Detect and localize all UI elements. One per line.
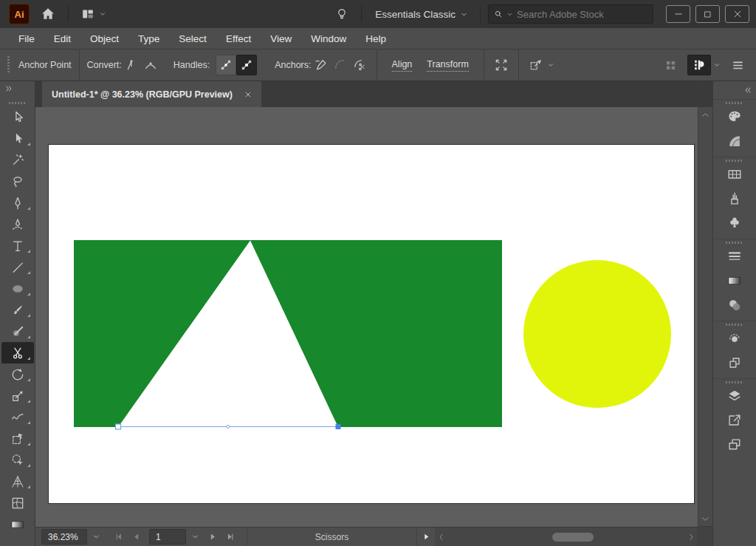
cut-path-midpoint[interactable]: [227, 426, 230, 429]
shaper-tool[interactable]: [1, 321, 34, 342]
direct-selection-tool[interactable]: [1, 128, 34, 149]
menu-view[interactable]: View: [261, 33, 301, 44]
maximize-button[interactable]: [695, 5, 720, 23]
isolate-selected-object-button[interactable]: [526, 55, 546, 75]
vertical-scrollbar-track[interactable]: [698, 122, 712, 511]
symbols-panel-button[interactable]: [713, 211, 756, 235]
adobe-stock-search[interactable]: [488, 4, 653, 24]
asset-export-panel-button[interactable]: [713, 408, 756, 432]
curvature-tool[interactable]: [1, 214, 34, 235]
scroll-left-button[interactable]: [435, 528, 448, 546]
control-bar-menu-button[interactable]: [728, 55, 747, 75]
transparency-panel-button[interactable]: [713, 293, 756, 317]
zoom-dropdown-button[interactable]: [87, 528, 105, 546]
horizontal-scrollbar-thumb[interactable]: [552, 533, 594, 542]
canvas-pasteboard[interactable]: [35, 107, 698, 527]
search-input[interactable]: [515, 8, 648, 21]
remove-anchor-button[interactable]: [312, 55, 331, 75]
dock-properties-button[interactable]: [687, 55, 711, 75]
width-tool[interactable]: [1, 406, 34, 428]
color-panel-button[interactable]: [713, 104, 756, 129]
status-bar-options-button[interactable]: [417, 528, 435, 546]
scroll-down-button[interactable]: [698, 511, 712, 526]
artboard-dropdown-button[interactable]: [186, 528, 204, 546]
align-panel-button[interactable]: Align: [392, 59, 413, 72]
workspace-switcher[interactable]: Essentials Classic: [369, 3, 472, 25]
horizontal-scrollbar-track[interactable]: [448, 528, 684, 546]
horizontal-scrollbar[interactable]: [435, 528, 698, 546]
touch-workspace-button[interactable]: [661, 55, 680, 75]
chevron-down-icon[interactable]: [547, 61, 554, 69]
home-button[interactable]: [35, 3, 61, 25]
lasso-tool[interactable]: [1, 171, 34, 192]
hide-handles-button[interactable]: [236, 55, 257, 75]
zoom-level-field[interactable]: 36.23%: [41, 529, 87, 545]
document-tab[interactable]: Untitled-1* @ 36.23% (RGB/GPU Preview): [42, 81, 261, 107]
menu-type[interactable]: Type: [128, 33, 169, 44]
convert-to-corner-button[interactable]: [122, 55, 141, 75]
scroll-up-button[interactable]: [698, 107, 712, 122]
collapse-dock-icon[interactable]: [744, 86, 752, 94]
show-handles-button[interactable]: [216, 55, 236, 75]
menu-effect[interactable]: Effect: [216, 33, 261, 44]
transform-panel-button[interactable]: Transform: [427, 59, 469, 72]
artboards-panel-button[interactable]: [713, 432, 756, 457]
color-guide-icon: [726, 133, 743, 149]
previous-artboard-button[interactable]: [127, 528, 145, 546]
scroll-right-button[interactable]: [684, 528, 698, 546]
graphic-styles-panel-button[interactable]: [713, 350, 756, 375]
close-button[interactable]: [725, 5, 749, 23]
menu-help[interactable]: Help: [356, 33, 396, 44]
appearance-panel-button[interactable]: [713, 326, 756, 350]
pen-tool[interactable]: [1, 192, 34, 214]
selection-tool[interactable]: [1, 106, 34, 128]
cut-anchor-left[interactable]: [116, 424, 121, 429]
mesh-icon: [10, 496, 25, 511]
artboard[interactable]: [49, 145, 694, 503]
menu-select[interactable]: Select: [169, 33, 216, 44]
menu-edit[interactable]: Edit: [44, 33, 80, 44]
color-guide-panel-button[interactable]: [713, 129, 756, 153]
shape-builder-tool[interactable]: [1, 449, 34, 471]
discover-button[interactable]: [330, 3, 354, 25]
type-tool[interactable]: [1, 235, 34, 256]
free-transform-tool[interactable]: [1, 428, 34, 449]
rotate-tool[interactable]: [1, 364, 34, 385]
brushes-panel-button[interactable]: [713, 186, 756, 211]
free-distort-button[interactable]: [492, 55, 511, 75]
cut-anchor-right-selected[interactable]: [336, 424, 341, 429]
next-artboard-button[interactable]: [204, 528, 221, 546]
expand-panel-icon[interactable]: [5, 85, 13, 92]
graphic-styles-icon: [726, 355, 743, 371]
connect-anchors-button[interactable]: [331, 55, 350, 75]
minimize-button[interactable]: [666, 5, 690, 23]
arrange-documents-button[interactable]: [76, 3, 111, 25]
paintbrush-tool[interactable]: [1, 299, 34, 321]
scissors-tool[interactable]: [1, 342, 34, 364]
perspective-grid-tool[interactable]: [1, 471, 34, 492]
gradient-panel-button[interactable]: [713, 268, 756, 293]
mesh-tool[interactable]: [1, 492, 34, 513]
chevron-down-icon[interactable]: [713, 61, 721, 69]
magic-wand-tool[interactable]: [1, 149, 34, 171]
first-artboard-button[interactable]: [109, 528, 127, 546]
control-bar-grip[interactable]: [7, 56, 10, 74]
vertical-scrollbar[interactable]: [698, 81, 712, 546]
cut-path-button[interactable]: [350, 55, 369, 75]
layers-panel-button[interactable]: [713, 383, 756, 408]
ellipse-tool[interactable]: [1, 278, 34, 299]
tab-close-icon[interactable]: [244, 91, 252, 98]
menu-file[interactable]: File: [9, 33, 44, 44]
menu-object[interactable]: Object: [80, 33, 128, 44]
swatches-panel-button[interactable]: [713, 162, 756, 186]
tools-panel-grip[interactable]: [9, 102, 27, 104]
last-artboard-button[interactable]: [221, 528, 239, 546]
artboard-number-field[interactable]: 1: [149, 529, 186, 545]
line-segment-tool[interactable]: [1, 256, 34, 278]
menu-window[interactable]: Window: [301, 33, 356, 44]
scale-tool[interactable]: [1, 385, 34, 406]
yellow-circle-shape[interactable]: [523, 260, 671, 408]
convert-to-smooth-button[interactable]: [141, 55, 160, 75]
gradient-tool[interactable]: [1, 513, 34, 535]
stroke-panel-button[interactable]: [713, 244, 756, 268]
